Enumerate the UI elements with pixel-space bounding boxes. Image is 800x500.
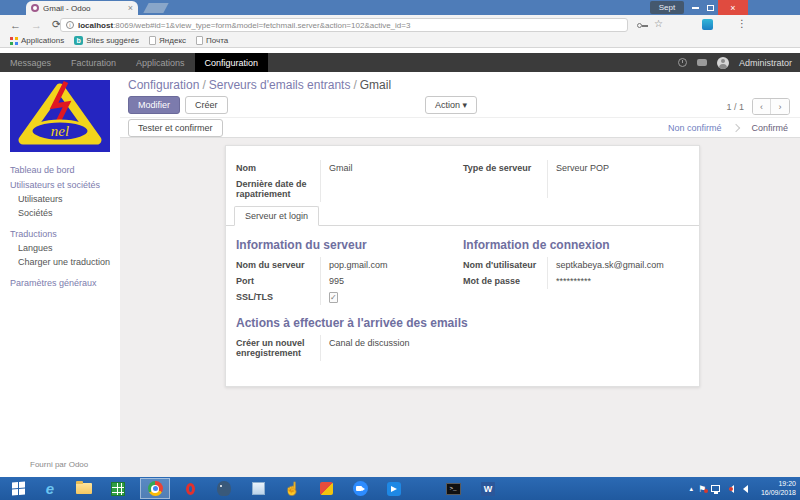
sidebar-item-tableau-de-bord[interactable]: Tableau de bord (0, 162, 120, 177)
postgresql-icon[interactable] (212, 477, 236, 500)
sidebar-item-utilisateurs-et-societes[interactable]: Utilisateurs et sociétés (0, 177, 120, 192)
nav-configuration[interactable]: Configuration (195, 53, 269, 72)
server-type-label: Type de serveur (463, 160, 548, 176)
sidebar-item-utilisateurs[interactable]: Utilisateurs (0, 192, 120, 206)
tab-close-icon[interactable]: × (128, 3, 133, 13)
test-confirm-button[interactable]: Tester et confirmer (128, 119, 223, 137)
server-name-label: Nom du serveur (236, 257, 321, 273)
sidebar-item-societes[interactable]: Sociétés (0, 206, 120, 220)
cube-app-icon[interactable] (246, 477, 270, 500)
system-tray: ▴ ⚑ (689, 477, 748, 500)
top-right-group: Type de serveur Serveur POP (463, 160, 685, 198)
last-fetch-label: Dernière date de rapatriement (236, 176, 321, 202)
state-non-confirme[interactable]: Non confirmé (668, 123, 722, 133)
breadcrumb-configuration[interactable]: Configuration (128, 78, 199, 92)
extension-icon[interactable] (702, 19, 713, 30)
forward-icon[interactable]: → (31, 19, 42, 31)
restore-button[interactable] (703, 0, 717, 15)
state-confirme[interactable]: Confirmé (751, 123, 788, 133)
network-icon[interactable] (711, 485, 720, 492)
start-button[interactable] (4, 477, 32, 500)
user-avatar[interactable] (717, 57, 729, 69)
sidebar: nel Tableau de bord Utilisateurs et soci… (0, 72, 120, 477)
browser-titlebar: Gmail - Odoo × Sept × (0, 0, 800, 15)
login-section-title: Information de connexion (463, 238, 685, 252)
bookmark-applications[interactable]: Applications (10, 36, 64, 45)
powered-by-odoo[interactable]: Fourni par Odoo (30, 460, 88, 469)
name-label: Nom (236, 160, 321, 176)
paint-app-icon[interactable] (314, 477, 338, 500)
address-bar[interactable]: i localhost:8069/web#id=1&view_type=form… (60, 18, 628, 32)
profile-chip[interactable]: Sept (650, 1, 684, 14)
volume-icon[interactable] (739, 485, 748, 493)
password-key-icon[interactable] (637, 23, 642, 28)
form-statusbar: Tester et confirmer Non confirmé Confirm… (120, 117, 800, 138)
username-label: Nom d'utilisateur (463, 257, 548, 273)
sidebar-item-charger-une-traduction[interactable]: Charger une traduction (0, 255, 120, 269)
form-sheet: Nom Gmail Dernière date de rapatriement … (225, 145, 700, 387)
name-value: Gmail (321, 160, 450, 176)
page-info-icon[interactable]: i (66, 21, 74, 29)
grid-app-icon[interactable] (106, 477, 130, 500)
sidebar-menu: Tableau de bord Utilisateurs et sociétés… (0, 162, 120, 290)
screen: Gmail - Odoo × Sept × ← → ⟳ i localhost:… (0, 0, 800, 500)
action-center-flag-icon[interactable]: ⚑ (698, 484, 706, 494)
user-name[interactable]: Administrator (739, 58, 792, 68)
tray-expand-icon[interactable]: ▴ (689, 485, 693, 493)
bookmark-sites-suggeres[interactable]: bSites suggérés (74, 36, 139, 45)
bookmark-yandex[interactable]: Яндекс (149, 36, 186, 45)
browser-tab[interactable]: Gmail - Odoo × (26, 1, 138, 15)
sidebar-item-parametres-generaux[interactable]: Paramètres généraux (0, 275, 120, 290)
nav-applications[interactable]: Applications (126, 53, 195, 72)
ssl-checkbox[interactable]: ✓ (329, 292, 338, 303)
activities-clock-icon[interactable] (678, 58, 687, 67)
breadcrumb-current: Gmail (360, 78, 391, 92)
server-section: Information du serveur Nom du serveur po… (236, 238, 450, 305)
action-dropdown[interactable]: Action ▾ (425, 96, 477, 114)
tray-time: 19:20 (750, 480, 796, 489)
messages-chat-icon[interactable] (697, 59, 707, 66)
pager-prev-button[interactable]: ‹ (753, 99, 771, 114)
chevron-down-icon: ▾ (463, 100, 468, 110)
page-icon (149, 36, 156, 45)
server-section-title: Information du serveur (236, 238, 450, 252)
pager-next-button[interactable]: › (771, 99, 789, 114)
command-prompt-icon[interactable]: >_ (440, 477, 466, 500)
chrome-icon[interactable] (142, 477, 168, 500)
create-button[interactable]: Créer (185, 96, 228, 114)
url-text: localhost:8069/web#id=1&view_type=form&m… (78, 21, 410, 30)
apps-grid-icon (10, 37, 18, 45)
minimize-button[interactable] (688, 0, 702, 15)
opera-icon[interactable] (178, 477, 202, 500)
pager-count: 1 / 1 (726, 102, 744, 112)
pager: 1 / 1 ‹ › (726, 98, 790, 115)
tab-serveur-et-login[interactable]: Serveur et login (234, 206, 319, 226)
video-call-app-icon[interactable] (348, 477, 372, 500)
svg-text:nel: nel (51, 123, 69, 139)
back-icon[interactable]: ← (10, 19, 21, 31)
odoo-navbar: Messages Facturation Applications Config… (0, 53, 800, 72)
tray-clock[interactable]: 19:20 16/09/2018 (750, 480, 796, 497)
sidebar-item-traductions[interactable]: Traductions (0, 226, 120, 241)
edit-button[interactable]: Modifier (128, 96, 180, 114)
server-name-value: pop.gmail.com (321, 257, 450, 273)
word-icon[interactable]: W (476, 477, 500, 500)
internet-explorer-icon[interactable]: e (38, 477, 62, 500)
file-explorer-icon[interactable] (72, 477, 96, 500)
windows-taskbar: e ☝ >_ W ▴ ⚑ 19:20 16/09/2018 (0, 477, 800, 500)
muted-volume-icon[interactable] (725, 485, 734, 493)
url-path: :8069/web#id=1&view_type=form&model=fetc… (113, 21, 410, 30)
hand-tool-icon[interactable]: ☝ (280, 477, 304, 500)
bookmark-mail[interactable]: Почта (196, 36, 228, 45)
new-tab-button[interactable] (143, 3, 168, 13)
sidebar-item-langues[interactable]: Langues (0, 241, 120, 255)
browser-menu-icon[interactable]: ⋮ (737, 18, 747, 29)
suggested-sites-icon: b (74, 36, 83, 45)
blue-arrow-app-icon[interactable] (382, 477, 406, 500)
breadcrumb-serveurs[interactable]: Serveurs d'emails entrants (209, 78, 351, 92)
nav-facturation[interactable]: Facturation (61, 53, 126, 72)
close-button[interactable]: × (718, 0, 748, 15)
bookmark-star-icon[interactable]: ☆ (654, 18, 663, 29)
nav-messages[interactable]: Messages (0, 53, 61, 72)
workspace: nel Tableau de bord Utilisateurs et soci… (0, 72, 800, 477)
